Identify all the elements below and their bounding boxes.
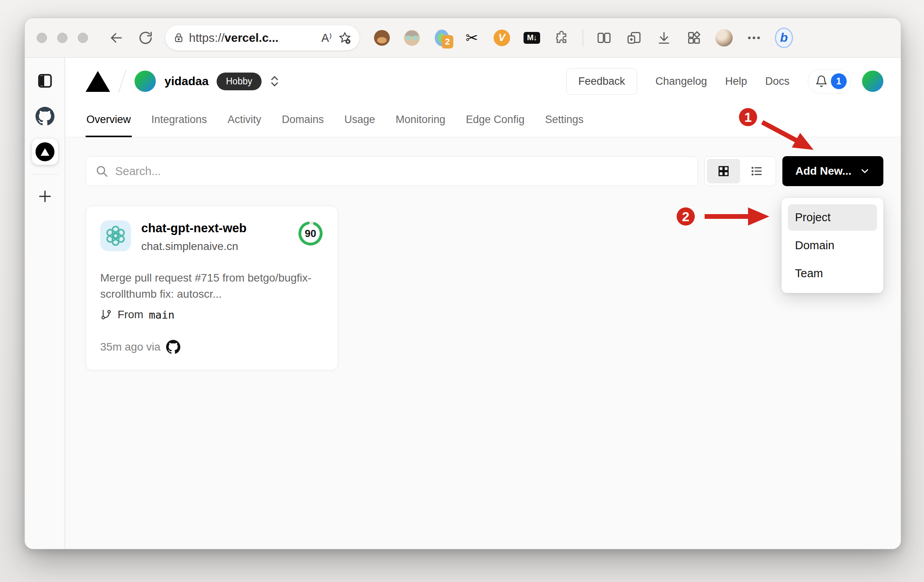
split-screen-icon	[596, 30, 612, 46]
markdown-extension-icon[interactable]: M↓	[523, 29, 541, 47]
github-icon	[166, 340, 180, 354]
vercel-triangle-icon	[41, 148, 49, 156]
header-top-row: yidadaa Hobby Feedback Changelog Help Do…	[86, 58, 883, 105]
project-icon	[100, 220, 131, 251]
tab-overview[interactable]: Overview	[86, 108, 132, 137]
plus-icon	[37, 188, 53, 204]
favorite-star-icon[interactable]	[338, 31, 352, 45]
read-aloud-button[interactable]: A⁾	[322, 31, 332, 45]
deployed-time: 35m ago via	[100, 341, 161, 353]
commit-message[interactable]: Merge pull request #715 from betgo/bugfi…	[100, 270, 318, 302]
list-view-button[interactable]	[740, 159, 773, 183]
score-ring[interactable]: 90	[297, 220, 324, 246]
downloads-button[interactable]	[655, 29, 673, 47]
notification-count-badge: 1	[831, 73, 847, 89]
branch-label: From	[118, 308, 143, 321]
tab-settings[interactable]: Settings	[544, 108, 584, 137]
split-screen-button[interactable]	[595, 29, 613, 47]
branch-row: From main	[100, 308, 324, 321]
project-card[interactable]: chat-gpt-next-web chat.simplenaive.cn 90	[86, 206, 338, 370]
project-name[interactable]: chat-gpt-next-web	[141, 221, 247, 235]
profile-avatar	[715, 29, 733, 47]
branch-name[interactable]: main	[149, 309, 174, 321]
tab-vercel-active[interactable]	[32, 139, 58, 165]
tab-domains[interactable]: Domains	[281, 108, 325, 137]
back-arrow-icon	[108, 30, 125, 46]
project-card-header: chat-gpt-next-web chat.simplenaive.cn 90	[100, 220, 324, 253]
browser-window: https://vercel.c... A⁾ 2 ✂ V M↓	[24, 18, 901, 549]
vercel-dashboard-page: yidadaa Hobby Feedback Changelog Help Do…	[65, 58, 901, 549]
team-name[interactable]: yidadaa	[165, 75, 209, 88]
dropdown-item-team[interactable]: Team	[788, 260, 877, 287]
search-input[interactable]	[86, 156, 698, 186]
v-extension-icon[interactable]: V	[493, 29, 511, 47]
team-avatar[interactable]	[135, 71, 156, 92]
docs-link[interactable]: Docs	[765, 75, 789, 88]
project-domain[interactable]: chat.simplenaive.cn	[141, 240, 247, 253]
close-window-button[interactable]	[37, 33, 47, 43]
avatar-extension-icon[interactable]	[403, 29, 421, 47]
tab-panel-toggle-button[interactable]	[32, 68, 58, 94]
add-new-label: Add New...	[795, 165, 851, 177]
changelog-link[interactable]: Changelog	[655, 75, 707, 88]
monkey-extension-icon[interactable]	[373, 29, 391, 47]
github-favicon	[36, 107, 54, 126]
profile-avatar-button[interactable]	[715, 29, 733, 47]
tab-edge-config[interactable]: Edge Config	[465, 108, 526, 137]
apps-grid-icon	[686, 30, 702, 46]
zoom-window-button[interactable]	[78, 33, 88, 43]
score-value: 90	[297, 220, 324, 246]
feedback-button[interactable]: Feedback	[566, 68, 638, 95]
team-switcher-button[interactable]	[268, 73, 281, 89]
tab-count-badge: 2	[441, 35, 453, 48]
grid-view-button[interactable]	[707, 159, 740, 183]
minimize-window-button[interactable]	[57, 33, 67, 43]
dashboard-tabs: Overview Integrations Activity Domains U…	[86, 108, 883, 137]
tab-activity[interactable]: Activity	[227, 108, 262, 137]
scissors-extension-icon[interactable]: ✂	[463, 29, 481, 47]
bing-chat-button[interactable]: b	[775, 29, 793, 47]
bell-icon	[815, 75, 828, 88]
tab-usage[interactable]: Usage	[344, 108, 376, 137]
bing-icon: b	[775, 28, 793, 48]
vercel-header: yidadaa Hobby Feedback Changelog Help Do…	[65, 58, 901, 137]
chevron-down-icon	[859, 166, 870, 177]
tab-github[interactable]	[32, 103, 58, 129]
url-text: https://vercel.c...	[189, 31, 318, 45]
settings-more-button[interactable]	[745, 29, 763, 47]
add-new-dropdown: Project Domain Team	[782, 198, 883, 293]
back-button[interactable]	[107, 28, 126, 47]
puzzle-icon	[554, 30, 570, 46]
user-avatar[interactable]	[862, 71, 883, 92]
add-new-button[interactable]: Add New...	[782, 156, 883, 186]
deployment-meta: 35m ago via	[100, 340, 324, 354]
refresh-icon	[137, 30, 154, 46]
vercel-favicon	[36, 142, 54, 161]
list-view-icon	[750, 164, 763, 178]
collections-button[interactable]	[625, 29, 643, 47]
extensions-menu-button[interactable]	[553, 29, 571, 47]
help-link[interactable]: Help	[725, 75, 747, 88]
vercel-logo[interactable]	[86, 71, 110, 92]
dashboard-main: Add New...	[65, 137, 901, 549]
plan-badge: Hobby	[217, 73, 262, 90]
dropdown-item-project[interactable]: Project	[788, 204, 877, 231]
apps-button[interactable]	[685, 29, 703, 47]
view-toggle	[704, 156, 776, 186]
tab-manager-extension-icon[interactable]: 2	[433, 29, 451, 47]
new-tab-button[interactable]	[32, 183, 58, 209]
projects-controls-row: Add New...	[86, 156, 883, 186]
address-bar[interactable]: https://vercel.c... A⁾	[165, 25, 359, 50]
lock-icon	[173, 32, 184, 43]
tab-monitoring[interactable]: Monitoring	[395, 108, 446, 137]
v-letter-icon: V	[494, 30, 510, 46]
monkey-icon	[374, 30, 390, 46]
window-controls	[37, 33, 88, 43]
notifications-button[interactable]: 1	[808, 69, 851, 93]
dropdown-item-domain[interactable]: Domain	[788, 232, 877, 259]
side-panel-icon	[36, 72, 54, 90]
refresh-button[interactable]	[136, 28, 155, 47]
markdown-download-icon: M↓	[524, 32, 540, 44]
breadcrumb-slash	[118, 69, 126, 93]
tab-integrations[interactable]: Integrations	[151, 108, 208, 137]
